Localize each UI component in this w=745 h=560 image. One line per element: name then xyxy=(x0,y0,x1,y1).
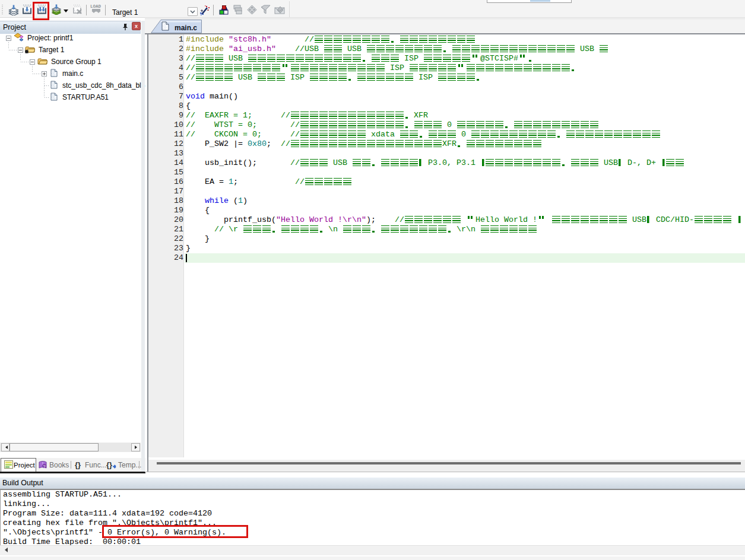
svg-text:?: ? xyxy=(43,464,46,469)
